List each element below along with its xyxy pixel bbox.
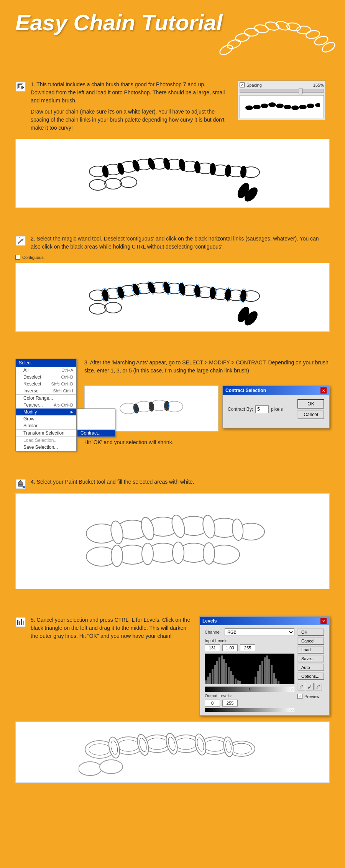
levels-channel-select[interactable]: RGB bbox=[225, 628, 294, 636]
levels-options-button[interactable]: Options... bbox=[297, 672, 324, 680]
svg-point-4 bbox=[254, 24, 269, 34]
output-slider-track bbox=[205, 708, 294, 712]
svg-point-129 bbox=[111, 545, 123, 567]
levels-auto-button[interactable]: Auto bbox=[297, 664, 324, 671]
input-slider[interactable]: ▲ ▲ ▲ bbox=[205, 687, 294, 692]
levels-body: Channel: RGB Input Levels: bbox=[200, 625, 329, 715]
eyedropper-black[interactable]: 🖊 bbox=[297, 683, 305, 690]
output-black-triangle[interactable]: ▲ bbox=[205, 708, 209, 712]
svg-rect-157 bbox=[259, 665, 261, 684]
levels-close-button[interactable]: ✕ bbox=[320, 618, 327, 624]
contract-ok-button[interactable]: OK bbox=[297, 399, 324, 408]
svg-point-130 bbox=[142, 543, 153, 565]
svg-point-23 bbox=[276, 104, 284, 108]
input-gamma-triangle[interactable]: ▲ bbox=[247, 687, 251, 692]
svg-rect-137 bbox=[23, 621, 24, 625]
input-level-gamma[interactable] bbox=[222, 644, 238, 651]
levels-save-button[interactable]: Save... bbox=[297, 655, 324, 662]
output-white-triangle[interactable]: ▲ bbox=[291, 708, 294, 712]
svg-rect-165 bbox=[278, 681, 279, 684]
select-menu-container: Select AllCtrl+A DeselectCtrl+D Reselect… bbox=[15, 359, 77, 451]
svg-point-132 bbox=[203, 543, 215, 564]
svg-point-0 bbox=[218, 43, 234, 56]
menu-item-grow[interactable]: Grow bbox=[16, 415, 76, 422]
menu-item-load[interactable]: Load Selection... bbox=[16, 436, 76, 444]
step-2-section: 2. Select the magic wand tool. Deselect … bbox=[0, 227, 345, 339]
output-level-black[interactable] bbox=[205, 700, 220, 707]
step-3-text2: Hit 'OK' and your selection will shrink. bbox=[84, 438, 330, 446]
step-5-section: 5. Cancel your selection and press CTRL+… bbox=[0, 608, 345, 802]
levels-channel-row: Channel: RGB bbox=[205, 628, 294, 636]
step-5-layout: 5. Cancel your selection and press CTRL+… bbox=[15, 616, 330, 716]
contract-by-input[interactable] bbox=[255, 405, 269, 413]
header: Easy Chain Tutorial bbox=[0, 0, 345, 65]
menu-item-deselect[interactable]: DeselectCtrl+D bbox=[16, 374, 76, 380]
step-1-chain-image bbox=[15, 139, 330, 208]
contract-dialog-close[interactable]: ✕ bbox=[320, 387, 327, 394]
select-menu-title: Select bbox=[16, 359, 76, 367]
levels-cancel-button[interactable]: Cancel bbox=[297, 637, 324, 645]
step-3-left: Select AllCtrl+A DeselectCtrl+D Reselect… bbox=[15, 359, 77, 451]
svg-point-3 bbox=[245, 28, 258, 36]
levels-buttons: OK Cancel Load... Save... Auto Options..… bbox=[297, 628, 324, 699]
menu-item-smooth[interactable]: Smooth... bbox=[77, 416, 115, 423]
step-1-text: 1. This tutorial includes a chain brush … bbox=[31, 81, 230, 132]
levels-load-button[interactable]: Load... bbox=[297, 646, 324, 654]
svg-rect-161 bbox=[268, 659, 270, 684]
pencil-icon bbox=[15, 81, 26, 92]
step-4-section: 4. Select your Paint Bucket tool and fil… bbox=[0, 470, 345, 597]
menu-item-color-range[interactable]: Color Range... bbox=[16, 394, 76, 402]
menu-item-all[interactable]: AllCtrl+A bbox=[16, 367, 76, 374]
menu-item-feather[interactable]: Feather...Alt+Ctrl+D bbox=[16, 402, 76, 408]
svg-rect-156 bbox=[257, 671, 259, 684]
svg-point-22 bbox=[268, 102, 276, 107]
step-2-header: 2. Select the magic wand tool. Deselect … bbox=[15, 235, 330, 251]
eyedropper-gray[interactable]: 🖊 bbox=[306, 683, 314, 690]
svg-point-21 bbox=[261, 104, 268, 108]
input-white-triangle[interactable]: ▲ bbox=[291, 687, 294, 692]
menu-item-expand[interactable]: Expand... bbox=[77, 423, 115, 430]
modify-submenu: Border... Smooth... Expand... Contract..… bbox=[77, 408, 115, 437]
output-level-white[interactable] bbox=[222, 700, 238, 707]
menu-item-reselect[interactable]: ReselectShft+Ctrl+D bbox=[16, 380, 76, 387]
svg-rect-136 bbox=[21, 619, 22, 625]
svg-rect-146 bbox=[221, 656, 223, 684]
step-1-section: 1. This tutorial includes a chain brush … bbox=[0, 73, 345, 216]
svg-rect-134 bbox=[17, 620, 18, 625]
output-levels-label: Output Levels: bbox=[205, 693, 294, 698]
svg-rect-153 bbox=[237, 680, 239, 684]
svg-rect-147 bbox=[223, 659, 225, 684]
menu-item-modify[interactable]: Modify Border... Smooth... Expand... Con… bbox=[16, 408, 76, 415]
svg-rect-159 bbox=[264, 657, 266, 684]
svg-point-26 bbox=[299, 105, 307, 109]
svg-rect-164 bbox=[275, 679, 277, 684]
levels-titlebar: Levels ✕ bbox=[200, 617, 329, 625]
menu-item-similar[interactable]: Similar bbox=[16, 422, 76, 429]
menu-item-inverse[interactable]: InverseShft+Ctrl+I bbox=[16, 387, 76, 394]
spacing-slider[interactable] bbox=[240, 89, 324, 93]
svg-point-190 bbox=[100, 760, 123, 774]
input-level-black[interactable] bbox=[205, 644, 220, 651]
menu-item-save[interactable]: Save Selection... bbox=[16, 444, 76, 451]
contiguous-checkbox[interactable] bbox=[15, 255, 20, 260]
menu-item-border[interactable]: Border... bbox=[77, 409, 115, 416]
wand-icon bbox=[15, 236, 26, 246]
svg-rect-160 bbox=[266, 656, 268, 684]
brush-palette: ✓ Spacing 165% bbox=[238, 81, 326, 120]
svg-point-48 bbox=[210, 163, 216, 175]
menu-item-contract[interactable]: Contract... bbox=[77, 430, 115, 436]
levels-ok-button[interactable]: OK bbox=[297, 628, 324, 636]
select-menu: Select AllCtrl+A DeselectCtrl+D Reselect… bbox=[15, 359, 77, 451]
step-1-header: 1. This tutorial includes a chain brush … bbox=[15, 81, 330, 135]
step-1-content: 1. This tutorial includes a chain brush … bbox=[31, 81, 330, 135]
step-5-text: 5. Cancel your selection and press CTRL+… bbox=[31, 616, 192, 640]
svg-rect-142 bbox=[212, 669, 214, 684]
svg-point-111 bbox=[23, 486, 25, 488]
output-slider[interactable]: ▲ ▲ bbox=[205, 708, 294, 712]
menu-item-transform[interactable]: Transform Selection bbox=[16, 429, 76, 436]
eyedropper-white[interactable]: 🖊 bbox=[314, 683, 322, 690]
contract-cancel-button[interactable]: Cancel bbox=[297, 410, 324, 419]
input-level-white[interactable] bbox=[240, 644, 255, 651]
preview-checkbox[interactable]: ✓ bbox=[297, 694, 302, 699]
svg-rect-162 bbox=[271, 665, 273, 684]
